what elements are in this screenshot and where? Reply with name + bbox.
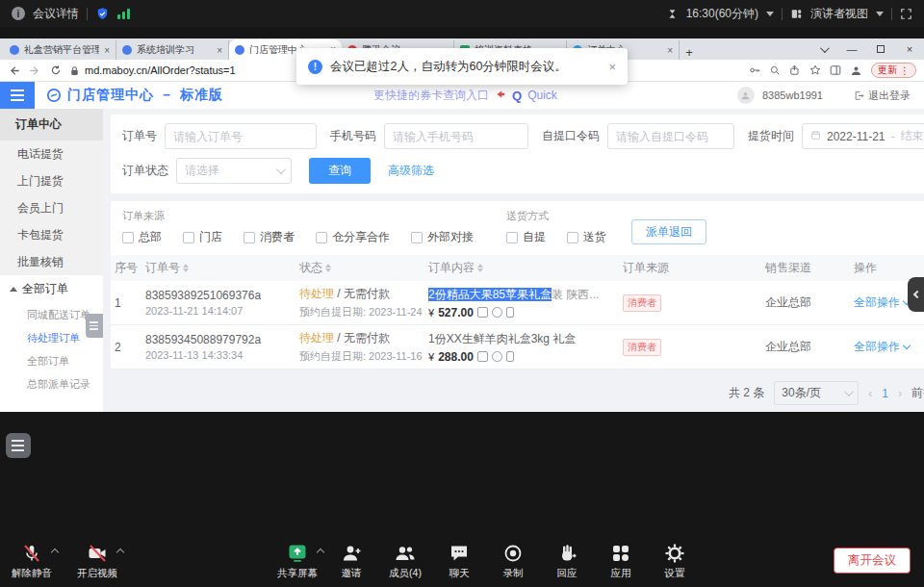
sidebar-item-batch-verify[interactable]: 批量核销 (0, 248, 103, 275)
window-minimize-icon[interactable]: — (837, 38, 866, 60)
floating-list-button[interactable] (6, 433, 31, 458)
username-text[interactable]: 8385wb1991 (762, 89, 823, 101)
promo-link[interactable]: 更快捷的券卡查询入口 (373, 88, 489, 104)
badge-icon[interactable] (492, 351, 502, 362)
order-status-select[interactable]: 请选择 (176, 158, 292, 184)
forward-icon[interactable] (29, 64, 41, 77)
tab-close-icon[interactable]: × (667, 45, 673, 56)
checkbox-icon[interactable] (567, 232, 578, 243)
page-size-select[interactable]: 30条/页 (774, 381, 859, 405)
apps-button[interactable]: 应用 (597, 542, 645, 580)
settings-button[interactable]: 设置 (651, 542, 699, 580)
all-actions-dropdown[interactable]: 全部操作 (854, 339, 924, 355)
view-dropdown-icon[interactable] (876, 12, 884, 16)
quick-q-icon[interactable]: Q (512, 89, 522, 103)
checkbox-consumer[interactable]: 消费者 (244, 229, 295, 245)
sort-icon[interactable] (325, 264, 331, 272)
checkbox-icon[interactable] (506, 232, 518, 243)
checkbox-delivery[interactable]: 送货 (567, 229, 606, 245)
checkbox-external[interactable]: 外部对接 (411, 229, 474, 245)
video-options-caret[interactable] (116, 549, 124, 556)
share-page-icon[interactable] (789, 64, 801, 76)
phone-input[interactable] (384, 123, 528, 149)
leave-meeting-button[interactable]: 离开会议 (834, 548, 911, 574)
advanced-filter-link[interactable]: 高级筛选 (388, 163, 434, 179)
unmute-button[interactable]: 解除静音 (8, 542, 56, 580)
sidebar-sub-hq-dispatch[interactable]: 总部派单记录 (0, 372, 103, 396)
dispatch-return-button[interactable]: 派单退回 (631, 219, 706, 244)
sidebar-item-door-pickup[interactable]: 上门提货 (0, 167, 103, 194)
side-panel-icon[interactable] (830, 64, 841, 76)
panel-collapse-handle[interactable] (908, 277, 924, 312)
record-button[interactable]: 录制 (489, 542, 537, 580)
share-screen-button[interactable]: 共享屏幕 (273, 542, 321, 580)
mic-options-caret[interactable] (51, 549, 59, 556)
window-maximize-icon[interactable] (866, 38, 895, 60)
tab-close-icon[interactable]: × (104, 45, 110, 56)
checkbox-icon[interactable] (122, 232, 134, 243)
sort-icon[interactable] (477, 264, 483, 272)
query-button[interactable]: 查询 (309, 158, 371, 184)
timer-dropdown-icon[interactable] (766, 12, 774, 16)
tab-close-icon[interactable]: × (217, 45, 222, 56)
col-content[interactable]: 订单内容 (424, 260, 619, 276)
new-tab-button[interactable]: + (680, 45, 699, 60)
view-mode-button[interactable]: 演讲者视图 (810, 6, 868, 22)
checkbox-warehouse-share[interactable]: 仓分享合作 (316, 229, 390, 245)
prev-page-icon[interactable]: ‹ (868, 387, 872, 400)
checkbox-icon[interactable] (411, 232, 423, 243)
start-video-button[interactable]: 开启视频 (73, 542, 121, 580)
sidebar-item-phone-pickup[interactable]: 电话提货 (0, 140, 103, 167)
share-options-caret[interactable] (317, 549, 324, 556)
quick-link[interactable]: Quick (527, 89, 557, 102)
checkbox-store[interactable]: 门店 (183, 229, 222, 245)
chat-button[interactable]: 聊天 (435, 542, 483, 580)
sidebar-sub-all-orders[interactable]: 全部订单 (0, 349, 103, 372)
meeting-details-button[interactable]: 会议详情 (33, 6, 79, 22)
phone-icon[interactable] (506, 307, 514, 318)
checkbox-hq[interactable]: 总部 (122, 229, 162, 245)
sidebar-item-member-visit[interactable]: 会员上门 (0, 194, 103, 221)
invite-button[interactable]: 邀请 (327, 542, 375, 580)
order-no-input[interactable] (165, 123, 317, 149)
toast-close-icon[interactable]: × (608, 60, 616, 74)
checkbox-icon[interactable] (183, 232, 194, 243)
sidebar-item-card-pickup[interactable]: 卡包提货 (0, 221, 103, 248)
reaction-button[interactable]: 回应 (543, 542, 591, 580)
ticket-icon[interactable] (477, 307, 488, 318)
browser-tab-1[interactable]: 礼盒营销平台管理中心 × (4, 40, 116, 60)
col-order-no[interactable]: 订单号 (141, 260, 295, 276)
sidebar-drag-tab[interactable] (86, 314, 103, 338)
next-page-icon[interactable]: › (898, 387, 902, 400)
pickup-code-input[interactable] (607, 123, 734, 149)
checkbox-icon[interactable] (244, 232, 255, 243)
chevron-left-icon (913, 291, 921, 298)
sidebar-group-all-orders[interactable]: 全部订单 (0, 275, 103, 303)
zoom-icon[interactable] (769, 64, 781, 76)
badge-icon[interactable] (492, 307, 502, 318)
back-icon[interactable] (8, 64, 20, 77)
window-close-icon[interactable]: × (895, 38, 924, 60)
sort-icon[interactable] (183, 264, 189, 272)
window-menu-icon[interactable] (808, 38, 837, 60)
chrome-update-button[interactable]: 更新 ⋮ (871, 63, 916, 78)
sidebar-toggle-button[interactable] (0, 82, 35, 109)
sidebar-section-order-center[interactable]: 订单中心 (0, 109, 103, 140)
members-button[interactable]: 成员(4) (381, 542, 429, 580)
ticket-icon[interactable] (477, 351, 488, 362)
profile-icon[interactable] (850, 64, 862, 77)
fullscreen-icon[interactable] (900, 8, 912, 20)
date-range-picker[interactable]: 2022-11-21 - 结束日期 (802, 123, 924, 149)
user-avatar[interactable] (737, 87, 755, 104)
phone-icon[interactable] (506, 351, 514, 362)
reload-icon[interactable] (50, 64, 62, 76)
checkbox-self-pickup[interactable]: 自提 (506, 229, 546, 245)
logout-button[interactable]: 退出登录 (854, 89, 911, 103)
bookmark-star-icon[interactable] (809, 64, 821, 76)
page-number-current[interactable]: 1 (882, 387, 888, 400)
browser-tab-2[interactable]: 系统培训学习 × (116, 40, 229, 60)
kebab-menu-icon[interactable]: ⋮ (900, 65, 910, 76)
checkbox-icon[interactable] (316, 232, 327, 243)
col-status[interactable]: 状态 (295, 260, 424, 276)
password-key-icon[interactable] (749, 64, 760, 76)
